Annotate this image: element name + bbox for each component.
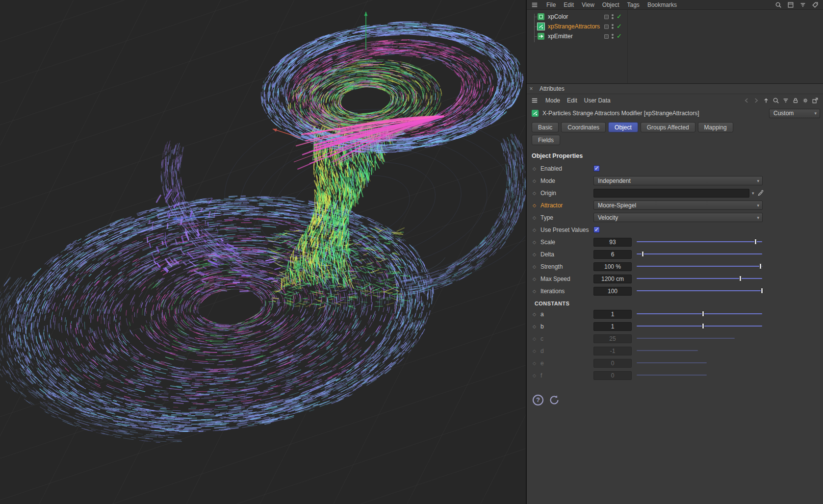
chevron-down-icon: ▾	[810, 111, 817, 116]
scale-input[interactable]: 93	[593, 238, 632, 247]
prop-label: Enabled	[540, 165, 593, 172]
strength-input[interactable]: 100 %	[593, 262, 632, 271]
viewport-3d[interactable]	[0, 0, 526, 504]
prop-row-d: ◇ d -1	[527, 345, 823, 357]
delta-input[interactable]: 6	[593, 250, 632, 259]
panel-icon[interactable]	[787, 1, 795, 9]
prop-label: Mode	[540, 177, 593, 184]
reset-button[interactable]	[548, 394, 560, 406]
tab-coordinates[interactable]: Coordinates	[561, 122, 606, 132]
prop-row-delta: ◇ Delta 6	[527, 248, 823, 260]
object-manager: xpColor ✓ xpStrangeAttractors ✓	[527, 10, 823, 83]
layer-toggle[interactable]	[604, 34, 609, 39]
menu-object[interactable]: Object	[602, 1, 619, 8]
enabled-checkbox[interactable]: ✓	[593, 165, 600, 172]
diamond-icon: ◇	[533, 324, 540, 329]
a-input[interactable]: 1	[593, 310, 632, 319]
prop-row-f: ◇ f 0	[527, 369, 823, 381]
a-slider[interactable]	[637, 311, 762, 317]
prop-label: c	[540, 335, 593, 342]
tab-fields[interactable]: Fields	[532, 135, 560, 145]
tab-mapping[interactable]: Mapping	[698, 122, 733, 132]
max-speed-input[interactable]: 1200 cm	[593, 275, 632, 283]
preset-dropdown[interactable]: Custom ▾	[769, 109, 820, 118]
prop-label: f	[540, 372, 593, 379]
gear-icon[interactable]	[801, 97, 809, 104]
attractor-dropdown[interactable]: Moore-Spiegel ▾	[593, 201, 763, 210]
menu-file[interactable]: File	[546, 1, 556, 8]
eyedropper-icon[interactable]	[757, 189, 765, 197]
prop-row-type: ◇ Type Velocity ▾	[527, 211, 823, 224]
viewport-canvas[interactable]	[0, 0, 526, 504]
xpcolor-icon[interactable]	[538, 13, 544, 20]
back-arrow-icon[interactable]	[743, 97, 750, 104]
preset-value: Custom	[773, 110, 794, 117]
iterations-input[interactable]: 100	[593, 287, 632, 296]
tag-icon[interactable]	[811, 1, 819, 9]
menu-user-data[interactable]: User Data	[584, 97, 611, 104]
search-icon[interactable]	[772, 97, 780, 104]
delta-slider[interactable]	[637, 251, 762, 257]
use-preset-values-checkbox[interactable]: ✓	[593, 227, 600, 233]
max-speed-slider[interactable]	[637, 276, 762, 282]
menu-edit[interactable]: Edit	[564, 1, 574, 8]
layer-toggle[interactable]	[604, 25, 609, 29]
hamburger-icon[interactable]	[531, 1, 539, 9]
lock-icon[interactable]	[792, 97, 799, 104]
origin-field[interactable]	[593, 189, 749, 198]
menu-view[interactable]: View	[582, 1, 594, 8]
iterations-slider[interactable]	[637, 288, 762, 294]
menu-edit[interactable]: Edit	[567, 97, 577, 104]
object-row-xpcolor[interactable]: xpColor ✓	[527, 12, 823, 22]
mode-value: Independent	[598, 177, 631, 184]
up-arrow-icon[interactable]	[762, 97, 770, 104]
tab-groups-affected[interactable]: Groups Affected	[641, 122, 695, 132]
forward-arrow-icon[interactable]	[752, 97, 760, 104]
c-input: 25	[593, 334, 632, 343]
chevron-down-icon: ▾	[753, 215, 759, 220]
hamburger-icon[interactable]	[531, 97, 539, 104]
tab-object[interactable]: Object	[608, 122, 638, 132]
object-row-xpemitter[interactable]: xpEmitter ✓	[527, 31, 823, 41]
b-slider[interactable]	[637, 323, 762, 329]
xpstrangeattractors-icon[interactable]	[538, 23, 544, 30]
object-name: xpStrangeAttractors	[548, 23, 600, 30]
type-value: Velocity	[598, 214, 618, 221]
object-row-xpstrangeattractors[interactable]: xpStrangeAttractors ✓	[527, 22, 823, 31]
strength-slider[interactable]	[637, 263, 762, 270]
type-dropdown[interactable]: Velocity ▾	[593, 213, 763, 222]
xpemitter-icon[interactable]	[538, 33, 544, 40]
enable-check-icon[interactable]: ✓	[617, 33, 622, 40]
diamond-icon: ◇	[533, 373, 540, 378]
popout-icon[interactable]	[811, 97, 819, 104]
filter-icon[interactable]	[799, 1, 807, 9]
attributes-header: × Attributes	[527, 83, 823, 94]
prop-label: Iterations	[540, 288, 593, 295]
enable-check-icon[interactable]: ✓	[617, 23, 622, 30]
visibility-dots[interactable]	[612, 24, 614, 29]
object-title-row: X-Particles Strange Attractors Modifier …	[527, 107, 823, 120]
help-button[interactable]: ?	[533, 395, 543, 405]
close-icon[interactable]: ×	[527, 85, 536, 92]
diamond-icon: ◇	[533, 277, 540, 281]
menu-tags[interactable]: Tags	[627, 1, 640, 8]
b-input[interactable]: 1	[593, 322, 632, 331]
visibility-dots[interactable]	[612, 34, 614, 39]
object-properties-panel: Object Properties ◇ Enabled ✓ ◇ Mode Ind…	[527, 148, 823, 406]
tab-basic[interactable]: Basic	[532, 122, 559, 132]
scale-slider[interactable]	[637, 239, 762, 245]
mode-dropdown[interactable]: Independent ▾	[593, 176, 763, 185]
chevron-down-icon[interactable]: ▾	[752, 191, 754, 196]
search-icon[interactable]	[774, 1, 782, 9]
chevron-down-icon: ▾	[753, 203, 759, 208]
layer-toggle[interactable]	[604, 15, 609, 19]
prop-row-attractor: ◇ Attractor Moore-Spiegel ▾	[527, 199, 823, 211]
filter-icon[interactable]	[782, 97, 790, 104]
menu-bookmarks[interactable]: Bookmarks	[647, 1, 677, 8]
visibility-dots[interactable]	[612, 14, 614, 19]
diamond-icon: ◇	[533, 240, 540, 245]
diamond-icon: ◇	[533, 312, 540, 317]
menu-mode[interactable]: Mode	[545, 97, 560, 104]
enable-check-icon[interactable]: ✓	[617, 13, 622, 20]
object-title: X-Particles Strange Attractors Modifier …	[542, 110, 766, 117]
